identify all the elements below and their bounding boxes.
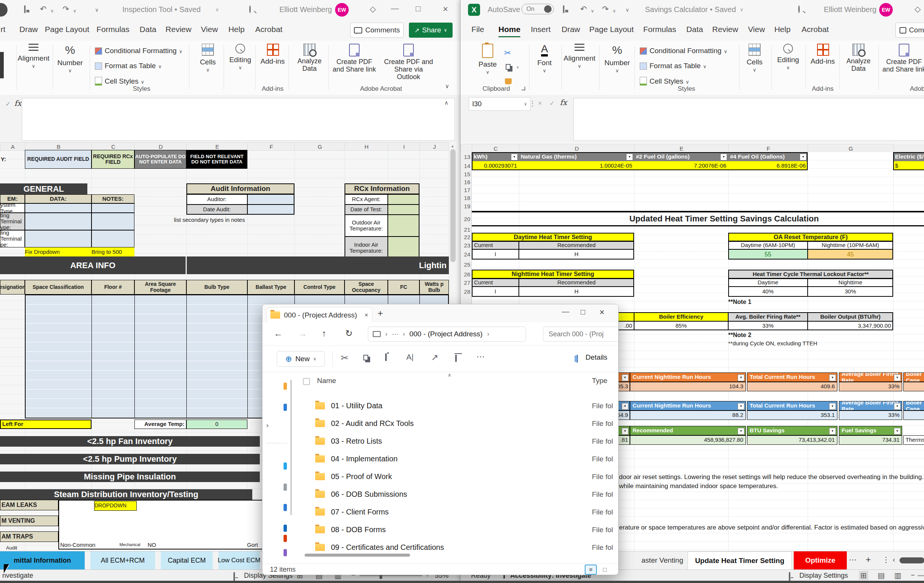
maximize-button[interactable]: □: [581, 308, 585, 316]
title-chevron-icon[interactable]: ∨: [740, 7, 744, 12]
orange-v-nighttime-hours[interactable]: 104.3: [630, 382, 746, 391]
close-tab-icon[interactable]: ×: [365, 312, 368, 319]
date-audit-value[interactable]: [248, 205, 294, 215]
avatar[interactable]: EW: [879, 3, 893, 17]
rename-icon[interactable]: A|: [406, 352, 413, 362]
menu-data[interactable]: Data: [140, 25, 156, 34]
autosave-toggle[interactable]: On: [521, 4, 554, 14]
left-for-cell[interactable]: Left For: [0, 419, 91, 429]
corner-box[interactable]: [460, 144, 472, 153]
menu-file[interactable]: File: [472, 25, 484, 34]
oa-daytime-value[interactable]: 55: [728, 249, 808, 259]
menu-insert[interactable]: Insert: [531, 25, 551, 34]
col-A[interactable]: A: [0, 142, 26, 151]
fix-dropdown-cell[interactable]: Fix Dropdown: [25, 248, 91, 257]
filter-icon[interactable]: ▼: [622, 374, 629, 381]
cell-styles-button[interactable]: Cell Styles∨: [95, 77, 144, 86]
breadcrumb-folder[interactable]: 000 - (Project Address): [409, 330, 482, 338]
oa-nighttime-value[interactable]: 45: [808, 249, 893, 259]
fuel-v-oil2[interactable]: 7.20076E-06: [634, 161, 728, 170]
sidebar-icon[interactable]: [284, 404, 287, 411]
menu-draw[interactable]: Draw: [19, 25, 38, 34]
see-more-icon[interactable]: ⋯: [476, 352, 485, 362]
col-C[interactable]: C: [472, 144, 520, 153]
zoom-out-icon[interactable]: −: [911, 571, 915, 579]
row-17[interactable]: 17: [460, 186, 472, 194]
menu-help[interactable]: Help: [774, 25, 790, 34]
crumb-ellipsis[interactable]: ⋯: [392, 330, 398, 338]
cells-button[interactable]: Cells ∨: [742, 44, 767, 73]
avatar[interactable]: EW: [335, 3, 349, 17]
alignment-button[interactable]: Alignment ∨: [19, 44, 48, 69]
row-28[interactable]: 28: [460, 287, 472, 297]
font-button[interactable]: A Font ∨: [533, 44, 556, 73]
menu-review[interactable]: Review: [166, 25, 191, 34]
filter-icon[interactable]: ▼: [738, 428, 744, 434]
general-notes-cell[interactable]: [91, 203, 134, 213]
undo-chevron-icon[interactable]: ∨: [591, 8, 594, 13]
redo-chevron-icon[interactable]: ∨: [73, 8, 76, 13]
name-box-chevron-icon[interactable]: ∨: [524, 101, 527, 107]
blue-v-capacity-partial[interactable]: [903, 411, 924, 420]
scrollbar-thumb[interactable]: [450, 149, 455, 262]
search-icon[interactable]: [249, 5, 251, 13]
folder-row[interactable]: 07 - Client Forms File fol: [299, 503, 619, 521]
sidebar-icon[interactable]: [284, 525, 287, 532]
col-I[interactable]: I: [388, 142, 420, 151]
filter-icon[interactable]: ▼: [829, 428, 836, 434]
menu-formulas[interactable]: Formulas: [643, 25, 676, 34]
comments-button[interactable]: Comments: [350, 23, 404, 38]
average-temp-value[interactable]: 0: [186, 419, 248, 429]
tab-overflow-icon[interactable]: ⋯: [849, 555, 856, 564]
conditional-formatting-button[interactable]: Conditional Formatting∨: [640, 47, 728, 55]
collapse-formula-icon[interactable]: ∧: [444, 99, 449, 106]
fuel-v-partial[interactable]: $: [893, 161, 924, 170]
display-settings[interactable]: Display Settings: [799, 572, 848, 580]
filter-icon[interactable]: ▼: [738, 403, 744, 410]
add-ins-button[interactable]: Add-ins: [808, 44, 837, 65]
orange-v-total-hours[interactable]: 409.6: [747, 382, 837, 391]
col-H[interactable]: H: [345, 142, 389, 151]
indoor-air-value[interactable]: [388, 236, 419, 259]
lockout-nighttime-value[interactable]: 30%: [808, 287, 893, 297]
daytime-current-value[interactable]: I: [472, 249, 519, 259]
format-as-table-button[interactable]: Format as Table∨: [95, 62, 162, 70]
save-icon[interactable]: [563, 5, 564, 13]
folder-row[interactable]: 08 - DOB Forms File fol: [299, 521, 619, 538]
folder-row[interactable]: 02 - Audit and RCx Tools File fol: [299, 415, 619, 432]
col-F[interactable]: F: [728, 144, 808, 153]
quick-access-chevron-icon[interactable]: ∨: [625, 7, 629, 13]
analyze-data-button[interactable]: Analyze Data: [292, 44, 327, 72]
outdoor-air-value[interactable]: [388, 215, 419, 236]
undo-chevron-icon[interactable]: ∨: [50, 8, 54, 13]
nighttime-current-value[interactable]: I: [472, 287, 519, 297]
sidebar-icon[interactable]: [284, 504, 287, 511]
row-22[interactable]: 22: [460, 233, 472, 241]
menu-acrobat[interactable]: Acrobat: [255, 25, 282, 34]
folder-row[interactable]: 01 - Utility Data File fol: [299, 397, 619, 415]
sidebar-icon[interactable]: [284, 549, 287, 556]
fuel-v-gas[interactable]: 1.00024E-05: [519, 161, 634, 170]
auditor-value[interactable]: [248, 194, 294, 205]
conditional-formatting-button[interactable]: Conditional Formatting∨: [95, 47, 183, 55]
comments-button-partial[interactable]: Com: [895, 23, 924, 38]
boiler-v-output[interactable]: 3,347,900.00: [808, 321, 893, 330]
menu-draw[interactable]: Draw: [561, 25, 580, 34]
fx-icon[interactable]: fx: [560, 98, 567, 107]
filter-icon[interactable]: ▼: [894, 428, 901, 434]
filter-icon[interactable]: ▼: [829, 374, 836, 381]
boiler-v-firing-rate[interactable]: 33%: [728, 321, 808, 330]
number-button[interactable]: % Number ∨: [603, 44, 632, 73]
filter-icon[interactable]: ▼: [894, 403, 901, 410]
formula-input[interactable]: [22, 98, 455, 141]
general-data-cell[interactable]: [25, 230, 91, 248]
sort-ascending-icon[interactable]: ∧: [448, 372, 452, 378]
folder-row[interactable]: 04 - Implementation File fol: [299, 450, 619, 468]
forward-icon[interactable]: →: [298, 329, 307, 339]
new-tab-icon[interactable]: +: [378, 308, 383, 319]
tab-low-cost-ecm[interactable]: Low Cost ECM: [218, 552, 260, 570]
sidebar-icon[interactable]: [284, 484, 287, 491]
search-icon[interactable]: [798, 5, 800, 13]
search-box[interactable]: Search 000 - (Proj: [543, 327, 619, 342]
tab-scroll-left-icon[interactable]: ‹: [893, 556, 895, 564]
